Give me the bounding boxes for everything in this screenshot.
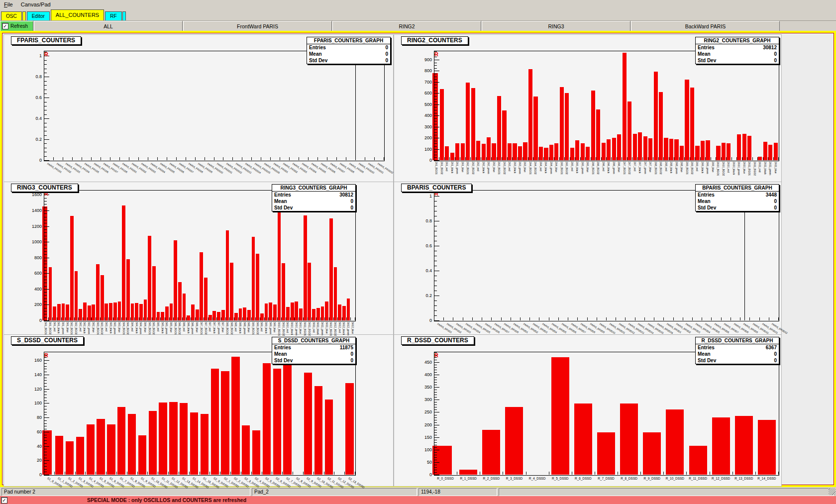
x-tick-label: 3A10_green [295,322,298,339]
refresh-checkbox-icon[interactable]: ✓ [2,23,8,29]
y-minor-tick [44,458,47,458]
y-major-tick [44,273,49,274]
y-minor-tick [434,430,437,430]
y-major-tick [44,289,49,290]
x-tick-label: 2A6_red [602,162,605,179]
resize-grip-icon[interactable] [829,488,836,495]
x-tick [247,317,247,320]
y-tick-label: 800 [27,255,42,260]
y-minor-tick [44,423,47,424]
y-tick-label: 0 [417,472,432,477]
x-tick [290,317,291,320]
x-tick [264,317,265,320]
x-tick-label: 3A7_black [213,322,216,339]
x-tick [449,157,450,160]
y-tick-label: 500 [417,102,432,107]
x-tick [186,157,186,160]
graph-marker-r: R [44,51,48,57]
bar [178,282,182,320]
bar [57,304,61,320]
x-tick-label: 3A8_BGO2 [230,322,233,339]
tab-bar: OSC Editor ALL_COUNTERS RF [0,9,836,20]
x-tick-label: 2A7_red [633,162,636,179]
pad-s-dssd-counters[interactable]: S_DSSD_COUNTERS020406080100120140160S1_0… [4,335,393,486]
stats-row: Std Dev0 [696,357,779,364]
y-tick-label: 450 [417,360,432,365]
stats-box[interactable]: RING3_COUNTERS_GRAPHEntries30812Mean0Std… [272,184,356,211]
bar [66,441,74,475]
stats-box[interactable]: S_DSSD_COUNTERS_GRAPHEntries11875Mean0St… [272,337,356,364]
bar [669,139,673,160]
subtab-frontward-paris[interactable]: FrontWard PARIS [183,21,332,31]
subtab-ring2[interactable]: RING2 [332,21,481,31]
stats-row: Entries30812 [696,44,779,51]
x-tick-label: 2A8_blue [680,162,683,179]
x-tick [683,317,683,320]
subtab-ring3[interactable]: RING3 [482,21,630,31]
tab-editor[interactable]: Editor [27,11,50,20]
pad-ring3-counters[interactable]: RING3_COUNTERS02004006008001000120014001… [4,182,393,335]
x-tick-label: 3A4_BGO1 [122,322,125,339]
root-canvas[interactable]: FPARIS_COUNTERS00.20.40.60.81PARIS_FR1D1… [0,31,836,487]
bar [459,470,477,475]
stats-box[interactable]: RING2_COUNTERS_GRAPHEntries30812Mean0Std… [695,37,779,64]
x-tick [83,317,83,320]
pad-fparis-counters[interactable]: FPARIS_COUNTERS00.20.40.60.81PARIS_FR1D1… [4,35,393,182]
x-tick [520,317,521,320]
x-tick-label: 3A7_red [209,322,211,339]
stats-box[interactable]: FPARIS_COUNTERS_GRAPHEntries0Mean0Std De… [307,37,391,64]
x-tick [554,157,554,160]
y-minor-tick [44,94,47,94]
pad-bparis-counters[interactable]: BPARIS_COUNTERS00.20.40.60.81PARIS_BR1D1… [394,182,781,335]
bar [252,237,255,320]
bar [204,278,208,320]
menu-item-canvas-pad[interactable]: Canvas/Pad [17,1,55,8]
bar [528,69,532,160]
x-tick-label: 2A8_red [665,162,668,179]
x-tick [96,317,96,320]
y-minor-tick [434,226,437,226]
x-tick [96,472,96,475]
tab-rf[interactable]: RF [105,11,121,20]
subtab-all[interactable]: ALL [34,21,183,31]
stats-box[interactable]: R_DSSD_COUNTERS_GRAPHEntries6367Mean0Std… [695,337,779,364]
tab-osc[interactable]: OSC [1,11,22,20]
y-minor-tick [434,152,437,152]
pad-ring2-counters[interactable]: RING2_COUNTERS01002003004005006007008009… [394,35,781,182]
bar [455,143,459,160]
x-tick [320,317,321,320]
bar [565,93,569,160]
x-tick [482,317,482,320]
x-tick-label: 3A4_green [139,322,142,339]
special-mode-checkbox-icon[interactable]: ✓ [1,497,7,504]
menu-item-file[interactable]: File [0,1,17,8]
x-tick-label: 3A8_red [234,322,237,339]
x-tick [143,317,144,320]
refresh-toggle[interactable]: ✓ Refresh [0,21,33,31]
y-tick-label: 600 [27,271,42,276]
x-tick [234,317,234,320]
stats-title: S_DSSD_COUNTERS_GRAPH [272,337,355,344]
x-tick [778,157,779,160]
x-tick [168,472,169,475]
x-tick [272,472,272,475]
stats-label: Std Dev [274,204,293,211]
x-tick-label: 2A5_red [571,162,574,179]
bar [104,303,108,320]
subtab-backward-paris[interactable]: BackWard PARIS [631,21,780,31]
y-minor-tick [44,395,47,395]
bar [338,304,341,320]
y-major-tick [44,210,49,211]
x-tick [129,157,129,160]
stats-box[interactable]: BPARIS_COUNTERS_GRAPHEntries3448Mean0Std… [695,184,779,211]
x-tick [434,157,434,160]
pad-r-dssd-counters[interactable]: R_DSSD_COUNTERS0501001502002503003504004… [394,335,781,486]
y-minor-tick [44,429,47,429]
tab-all-counters[interactable]: ALL_COUNTERS [51,9,104,20]
x-tick [710,472,710,475]
y-minor-tick [44,280,47,280]
y-minor-tick [434,380,437,380]
x-tick-label: 2A2_BGO1 [466,162,469,179]
y-minor-tick [434,435,437,435]
y-minor-tick [44,412,47,412]
